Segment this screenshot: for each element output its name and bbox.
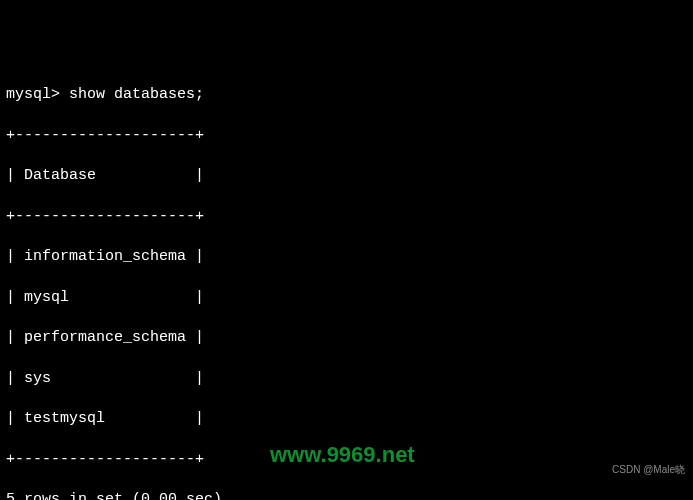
- table-row: | performance_schema |: [6, 328, 687, 348]
- command-show-databases: show databases;: [69, 86, 204, 103]
- result-footer: 5 rows in set (0.00 sec): [6, 490, 687, 500]
- table-row: | information_schema |: [6, 247, 687, 267]
- table-border: +--------------------+: [6, 126, 687, 146]
- table-row: | testmysql |: [6, 409, 687, 429]
- credit-text: CSDN @Male晓: [612, 463, 685, 477]
- table-row: | mysql |: [6, 288, 687, 308]
- mysql-prompt: mysql>: [6, 86, 60, 103]
- terminal-line: mysql> show databases;: [6, 85, 687, 105]
- table-row: | sys |: [6, 369, 687, 389]
- table-border: +--------------------+: [6, 207, 687, 227]
- watermark-text: www.9969.net: [270, 440, 415, 470]
- table-header: | Database |: [6, 166, 687, 186]
